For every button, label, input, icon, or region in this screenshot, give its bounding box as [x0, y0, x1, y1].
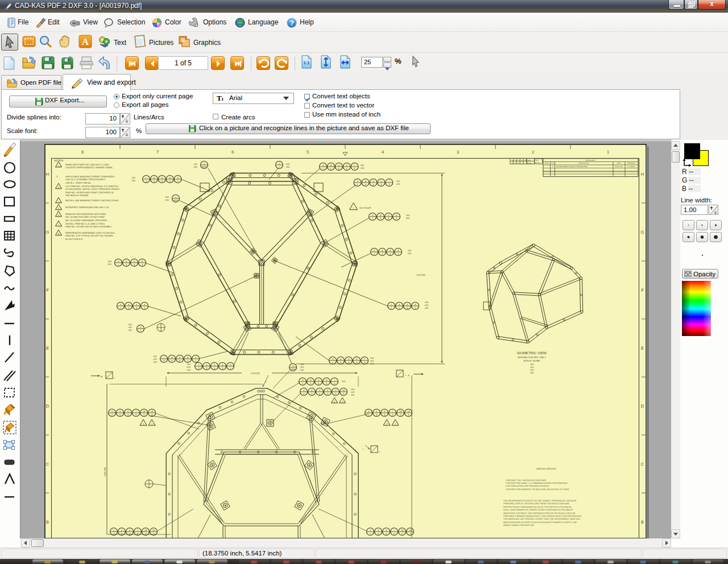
svg-text:-005: -005 [360, 164, 364, 167]
svg-text:5: 5 [58, 208, 59, 210]
svg-text:A: A [515, 159, 516, 161]
svg-text:CUT FIND NO. 18 INTO INDIVIDUA: CUT FIND NO. 18 INTO INDIVIDUAL 2.0 LENG… [65, 185, 118, 188]
svg-text:4: 4 [151, 423, 152, 425]
svg-text:-006: -006 [407, 252, 411, 255]
svg-text:3: 3 [58, 186, 59, 189]
svg-text:-006: -006 [165, 199, 169, 201]
svg-text:APPROVED: APPROVED [627, 163, 636, 164]
svg-text:18: 18 [399, 410, 402, 413]
svg-text:-006: -006 [360, 167, 364, 169]
svg-text:NO. 16 AND DISCARD. ATTACH FIN: NO. 16 AND DISCARD. ATTACH FIND [65, 215, 105, 218]
svg-text:-004: -004 [300, 363, 304, 366]
svg-text:IN SECTION F-F.: IN SECTION F-F. [65, 238, 83, 240]
svg-text:8: 8 [58, 233, 59, 235]
svg-text:-005: -005 [131, 177, 135, 179]
svg-text:J: J [362, 448, 363, 451]
svg-text:FIND NO. 15 FOR USE AT NEXT AS: FIND NO. 15 FOR USE AT NEXT ASSEMBLY. [65, 225, 112, 228]
svg-text:DESCRIPTION: DESCRIPTION [578, 163, 589, 164]
svg-text:1: 1 [58, 165, 59, 167]
svg-text:-006: -006 [406, 217, 410, 219]
svg-text:-005: -005 [165, 196, 169, 198]
svg-text:3: 3 [386, 423, 387, 425]
svg-text:-005: -005 [396, 180, 400, 183]
svg-text:IDENTIFIED CONTRACT. ANY REPRO: IDENTIFIED CONTRACT. ANY REPRODUCTION OF… [503, 512, 576, 515]
svg-text:CONTRACTOR NAME: L-3 COMMUNICA: CONTRACTOR NAME: L-3 COMMUNICATIONS CORP… [506, 482, 568, 484]
svg-text:-005: -005 [300, 366, 304, 368]
svg-text:-004: -004 [107, 260, 111, 263]
svg-text:7: 7 [156, 150, 159, 155]
svg-text:-005: -005 [128, 326, 132, 329]
svg-text:E: E [46, 346, 49, 351]
svg-text:B. B ARCH: B. B ARCH [627, 165, 635, 168]
svg-text:LMS B-1, SHEET METAL: LMS B-1, SHEET METAL [65, 181, 92, 184]
svg-text:SHOWN FOR REF ONLY: SHOWN FOR REF ONLY [518, 356, 546, 359]
svg-text:-006: -006 [128, 329, 132, 331]
svg-text:REV: REV [528, 159, 531, 161]
svg-text:-006: -006 [131, 180, 135, 182]
svg-text:18: 18 [144, 529, 147, 532]
svg-text:4: 4 [379, 451, 380, 453]
svg-text:-006: -006 [350, 394, 354, 396]
svg-text:-005: -005 [193, 163, 197, 165]
svg-text:2: 2 [532, 150, 534, 155]
svg-text:6: 6 [231, 150, 234, 155]
svg-text:RESTRICTED BY PARAGRAPH (b) (3: RESTRICTED BY PARAGRAPH (b) (3) OF THE R… [503, 506, 572, 508]
svg-text:-005: -005 [530, 369, 533, 371]
svg-text:INSTALL FIND NO. 5, 6, AND 17: INSTALL FIND NO. 5, 6, AND 17 INTO [65, 222, 105, 225]
svg-text:LOCATED APPROXIMATELY WHERE SO: LOCATED APPROXIMATELY WHERE SOWN. [65, 166, 113, 169]
svg-text:REF: REF [202, 165, 207, 168]
svg-text:LINK SIMULATION AND TRAINING D: LINK SIMULATION AND TRAINING DIVISION [506, 485, 549, 487]
svg-text:STATUS: STATUS [535, 162, 540, 164]
svg-text:-006: -006 [187, 369, 191, 371]
svg-text:-003: -003 [341, 380, 345, 383]
svg-text:5: 5 [307, 150, 309, 155]
svg-text:4: 4 [342, 401, 343, 403]
svg-text:17: 17 [334, 389, 337, 392]
svg-text:H: H [641, 172, 644, 177]
svg-text:A: A [522, 159, 523, 161]
svg-text:19: 19 [409, 529, 412, 532]
svg-text:REF: REF [173, 199, 179, 202]
svg-text:INTERPRET DIMENSIONS IAW LMS 1: INTERPRET DIMENSIONS IAW LMS 1-15. [65, 206, 109, 209]
svg-text:B: B [641, 520, 644, 525]
svg-text:7: 7 [58, 224, 59, 226]
svg-text:3: 3 [334, 401, 335, 403]
svg-text:-005: -005 [407, 250, 411, 252]
svg-text:18: 18 [401, 529, 404, 532]
svg-text:THE MARKINGS. ANY PERSON, OTHE: THE MARKINGS. ANY PERSON, OTHER THAN THE… [503, 518, 581, 520]
svg-text:2.: 2. [56, 175, 59, 178]
svg-text:A: A [82, 36, 89, 47]
svg-text:PERFORM, DISPLAY, OR DISCLOSE: PERFORM, DISPLAY, OR DISCLOSE THESE TECH… [503, 503, 570, 505]
svg-text:H: H [46, 172, 49, 177]
svg-text:A: A [519, 159, 520, 161]
svg-text:-005: -005 [187, 366, 191, 368]
svg-text:C: C [46, 462, 49, 467]
svg-text:INSTALL IAW MANUFACTURER'S INS: INSTALL IAW MANUFACTURER'S INSTRUCTIONS. [65, 199, 119, 202]
svg-text:-004: -004 [424, 301, 428, 304]
svg-text:NO. 15 USING HARDWARE SPECIFIE: NO. 15 USING HARDWARE SPECIFIED. [65, 219, 107, 222]
svg-text:19: 19 [152, 529, 155, 532]
svg-text:AS REQUIRED. INSTALL INTO THRE: AS REQUIRED. INSTALL INTO THREADED INSER… [65, 188, 120, 190]
svg-text:8: 8 [81, 150, 84, 155]
svg-text:LMS 13-1, ASSEMBLY PROCEDURES: LMS 13-1, ASSEMBLY PROCEDURES [65, 178, 105, 181]
svg-text:B: B [101, 375, 102, 378]
svg-text:DATE: DATE [617, 163, 621, 164]
svg-text:-005: -005 [350, 391, 354, 393]
svg-text:APPLICABLE MANUFACTURING STAND: APPLICABLE MANUFACTURING STANDARDS: [65, 175, 115, 178]
svg-text:3: 3 [143, 423, 144, 425]
svg-text:-004: -004 [350, 388, 354, 391]
svg-text:F: F [641, 288, 644, 293]
svg-text:C: C [641, 462, 644, 467]
svg-text:REFERENCED HARDWARE USED TO IN: REFERENCED HARDWARE USED TO INSTALL [65, 231, 115, 234]
svg-text:REV: REV [536, 159, 539, 161]
svg-text:4: 4 [395, 423, 396, 425]
svg-text:1:1: 1:1 [303, 60, 310, 65]
svg-text:-005: -005 [370, 360, 374, 362]
svg-text:19: 19 [151, 410, 154, 413]
svg-text:TEE-BAR AS SHOWN.: TEE-BAR AS SHOWN. [65, 194, 89, 197]
svg-text:D: D [46, 404, 49, 409]
svg-text:J: J [265, 380, 266, 383]
svg-text:3: 3 [457, 150, 459, 155]
svg-text:NOTES:: NOTES: [54, 159, 64, 162]
svg-text:FIND NO. 19 WITH MID POINT CEN: FIND NO. 19 WITH MID POINT CENTERED IN [65, 191, 113, 194]
